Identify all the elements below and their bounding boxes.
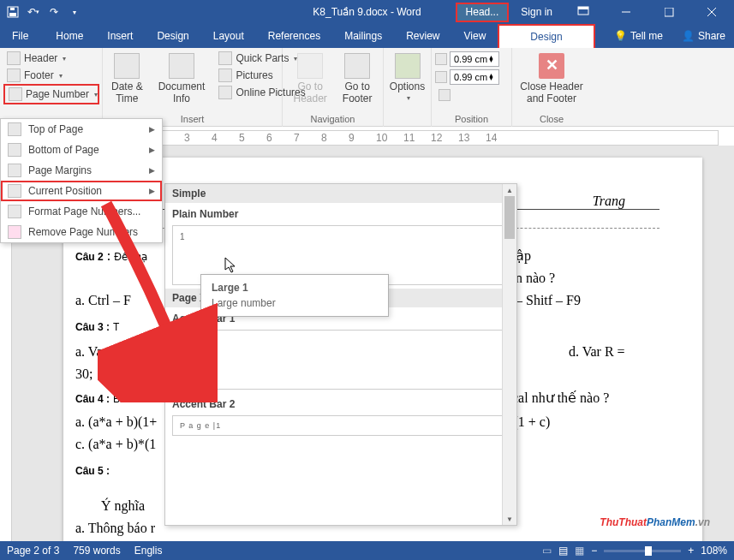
gallery-item-accent-bar-2[interactable]: P a g e |1 [172,415,510,436]
margins-icon [8,164,21,177]
tab-view[interactable]: View [452,24,498,48]
gallery-label-plain: Plain Number [165,203,516,222]
share-icon: 👤 [682,30,695,42]
quick-access-toolbar: ↶▾ ↷ ▾ [3,3,84,21]
goto-header-button: Go to Header [288,50,331,112]
insert-tab-button[interactable] [435,87,499,103]
gallery-label-accent2: Accent Bar 2 [165,393,516,412]
svg-rect-4 [578,7,588,9]
tab-icon [439,89,451,101]
status-language[interactable]: Englis [134,545,163,557]
tab-insert[interactable]: Insert [95,24,145,48]
menu-remove-page-numbers[interactable]: Remove Page Numbers [1,222,162,242]
menu-top-of-page[interactable]: Top of Page▶ [1,119,162,140]
scroll-up-icon[interactable]: ▲ [503,184,516,196]
bulb-icon: 💡 [614,30,627,42]
close-button[interactable] [693,0,731,24]
menu-bottom-of-page[interactable]: Bottom of Page▶ [1,140,162,160]
gallery-scrollbar[interactable]: ▲ ▼ [502,184,516,525]
tab-references[interactable]: References [256,24,332,48]
top-page-icon [8,122,21,136]
view-web-icon[interactable]: ▦ [575,545,584,557]
maximize-button[interactable] [650,0,688,24]
scroll-thumb[interactable] [504,196,515,239]
footer-from-bottom-input[interactable]: ▲▼ [450,69,499,85]
ribbon-tabs: File Home Insert Design Layout Reference… [0,24,734,48]
remove-icon [8,225,21,239]
tab-file[interactable]: File [0,24,40,48]
zoom-level[interactable]: 108% [701,545,727,557]
options-icon [395,53,421,79]
page-number-dropdown[interactable]: Page Number▾ [3,84,99,104]
current-pos-icon [8,184,21,198]
watermark: ThuThuatPhanMem.vn [600,509,710,531]
scroll-down-icon[interactable]: ▼ [503,513,516,525]
undo-icon[interactable]: ↶▾ [24,3,43,21]
group-label-close: Close [516,112,588,127]
svg-rect-6 [665,8,673,16]
page-number-menu: Top of Page▶ Bottom of Page▶ Page Margin… [0,118,163,243]
quick-parts-icon [218,51,232,65]
signin-button[interactable]: Sign in [514,3,559,21]
header-text[interactable]: Trang [593,194,625,209]
goto-header-icon [297,53,323,79]
tab-hf-design[interactable]: Design [498,24,594,48]
document-info-button[interactable]: Document Info [153,50,211,112]
page-number-icon [9,87,22,101]
redo-icon[interactable]: ↷ [45,3,63,21]
group-label-position: Position [435,112,508,127]
header-footer-tools-tab[interactable]: Head... [456,3,510,22]
menu-page-margins[interactable]: Page Margins▶ [1,160,162,181]
ribbon: Header▾ Footer▾ Page Number▾ Date & Time… [0,48,734,127]
tab-mailings[interactable]: Mailings [332,24,394,48]
status-words[interactable]: 759 words [73,545,120,557]
header-icon [7,51,21,65]
bottom-margin-icon [435,71,447,83]
tellme-search[interactable]: 💡Tell me [604,24,673,48]
online-pictures-icon [218,86,232,99]
format-icon [8,205,21,218]
doc-info-icon [169,53,194,79]
view-read-icon[interactable]: ▭ [542,545,552,557]
save-icon[interactable] [3,3,22,21]
tab-layout[interactable]: Layout [201,24,256,48]
titlebar: ↶▾ ↷ ▾ K8_Tuần 9.docx - Word Head... Sig… [0,0,734,24]
qat-customize-icon[interactable]: ▾ [65,3,84,21]
goto-footer-button[interactable]: Go to Footer [337,50,378,112]
close-x-icon: ✕ [539,53,564,79]
pictures-icon [218,69,232,82]
svg-rect-2 [10,8,15,10]
zoom-out-button[interactable]: − [591,545,597,557]
menu-current-position[interactable]: Current Position▶ [1,181,162,201]
gallery-item-accent-bar-1[interactable]: 1|P a g e [172,330,510,390]
footer-icon [7,69,21,82]
bottom-page-icon [8,143,21,157]
minimize-button[interactable] [607,0,645,24]
goto-footer-icon [344,53,370,79]
footer-dropdown[interactable]: Footer▾ [3,67,99,84]
gallery-group-simple: Simple [165,184,516,203]
header-from-top-input[interactable]: ▲▼ [450,51,499,67]
zoom-in-button[interactable]: + [688,545,694,557]
share-button[interactable]: 👤Share [673,24,734,48]
ribbon-options-icon[interactable] [564,0,602,24]
tab-home[interactable]: Home [44,24,95,48]
date-time-icon [114,53,140,79]
tooltip-text: Large number [212,297,378,309]
menu-format-page-numbers[interactable]: Format Page Numbers... [1,201,162,222]
tooltip-large-1: Large 1 Large number [200,274,389,317]
options-button[interactable]: Options▾ [385,50,430,127]
date-time-button[interactable]: Date & Time [106,50,148,112]
status-page[interactable]: Page 2 of 3 [7,545,59,557]
header-dropdown[interactable]: Header▾ [3,50,99,67]
group-label-nav: Navigation [286,112,379,127]
zoom-slider[interactable] [604,550,681,552]
view-print-icon[interactable]: ▤ [558,545,568,557]
statusbar: Page 2 of 3 759 words Englis ▭ ▤ ▦ − + 1… [0,541,734,560]
top-margin-icon [435,53,447,65]
svg-rect-1 [9,13,16,16]
tab-review[interactable]: Review [394,24,451,48]
document-title: K8_Tuần 9.docx - Word [313,6,421,18]
tab-design[interactable]: Design [145,24,200,48]
close-header-footer-button[interactable]: ✕Close Header and Footer [515,50,588,112]
